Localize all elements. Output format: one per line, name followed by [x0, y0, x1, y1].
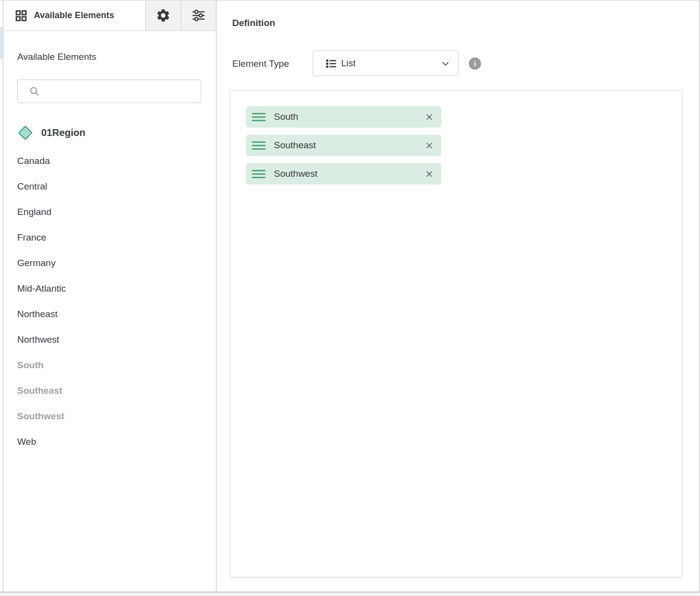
remove-element-button[interactable]: [424, 169, 434, 179]
info-icon[interactable]: i: [469, 57, 481, 70]
close-icon: [425, 141, 433, 150]
list-icon: [324, 57, 338, 70]
selected-element-label: South: [274, 111, 416, 122]
selected-element-label: Southwest: [274, 168, 416, 179]
available-element-item[interactable]: England: [17, 199, 205, 225]
element-type-label: Element Type: [232, 57, 289, 70]
chevron-down-icon: [441, 59, 450, 68]
available-element-item[interactable]: Web: [17, 429, 205, 455]
available-element-item: South: [17, 352, 205, 378]
search-icon: [28, 85, 40, 97]
remove-element-button[interactable]: [424, 140, 434, 151]
drag-handle-icon[interactable]: [252, 141, 266, 150]
settings-button[interactable]: [145, 0, 181, 30]
drag-handle-icon[interactable]: [252, 113, 266, 121]
selected-element-chip: Southeast: [246, 135, 441, 156]
available-elements-panel: Available Elements: [4, 0, 216, 592]
available-elements-list: Canada Central England France Germany Mi…: [17, 148, 205, 455]
background-highlight-strip: [0, 27, 3, 58]
element-type-dropdown[interactable]: List: [313, 51, 458, 76]
available-element-item[interactable]: France: [17, 225, 205, 250]
available-element-item[interactable]: Northwest: [17, 327, 205, 352]
selected-element-label: Southeast: [274, 140, 416, 151]
available-element-item[interactable]: Northeast: [17, 301, 205, 327]
sliders-icon: [191, 8, 206, 23]
search-input[interactable]: [45, 86, 195, 97]
panel-title: Available Elements: [34, 10, 114, 21]
element-type-value: List: [341, 58, 437, 69]
available-element-item[interactable]: Central: [17, 174, 205, 199]
available-element-item[interactable]: Germany: [17, 250, 205, 276]
available-element-item[interactable]: Mid-Atlantic: [17, 276, 205, 301]
filter-options-button[interactable]: [181, 0, 216, 30]
definition-panel: Definition Element Type List i: [217, 0, 699, 592]
available-element-item[interactable]: Canada: [17, 148, 205, 174]
definition-title: Definition: [232, 18, 275, 28]
remove-element-button[interactable]: [424, 112, 434, 122]
attribute-diamond-icon: [18, 125, 33, 140]
available-element-item: Southeast: [17, 378, 205, 404]
background-page-edge: [0, 0, 3, 592]
attribute-header: 01Region: [17, 121, 85, 144]
element-picker-dialog: Available Elements: [0, 0, 700, 593]
gear-icon: [156, 8, 171, 23]
panel-title-section: Available Elements: [4, 0, 145, 30]
selected-element-chip: Southwest: [246, 163, 441, 185]
close-icon: [425, 113, 433, 121]
available-elements-label: Available Elements: [17, 52, 96, 62]
selected-elements-container: South Southeast: [230, 90, 682, 577]
available-elements-header: Available Elements: [4, 0, 216, 31]
selected-element-chip: South: [246, 106, 441, 128]
attribute-name: 01Region: [41, 127, 85, 138]
grid-icon: [15, 9, 27, 22]
search-box: [17, 80, 201, 103]
drag-handle-icon[interactable]: [252, 170, 266, 178]
close-icon: [425, 170, 433, 178]
available-element-item: Southwest: [17, 404, 205, 429]
